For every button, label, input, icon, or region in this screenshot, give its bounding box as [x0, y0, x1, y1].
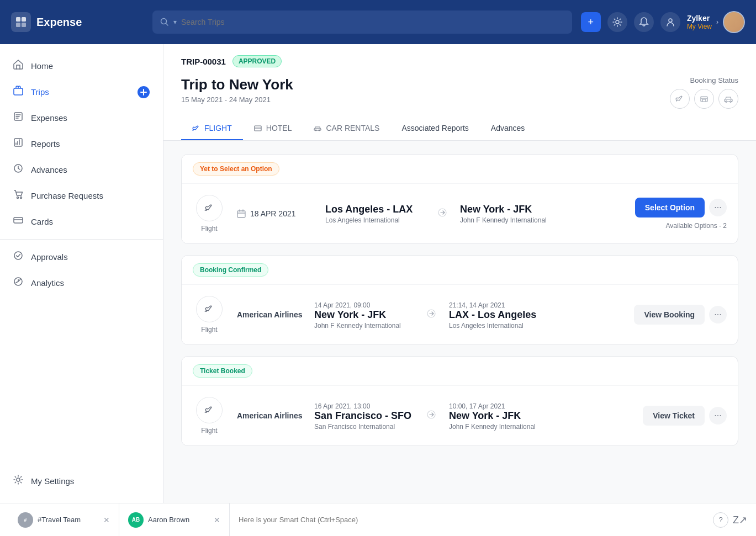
contacts-button[interactable] [660, 12, 680, 32]
booking-3-airline-name: American Airlines [237, 411, 303, 420]
booking-card-1-header: Yet to Select an Option [182, 155, 738, 184]
booking-3-type-label: Flight [201, 427, 217, 434]
smart-chat-area[interactable] [230, 516, 713, 524]
booking-2-more-button[interactable]: ··· [709, 306, 727, 323]
booking-2-type-label: Flight [201, 326, 217, 333]
sidebar-label-settings: My Settings [31, 476, 74, 486]
booking-2-action-row: View Booking ··· [634, 305, 727, 325]
hotel-status-icon[interactable] [694, 89, 714, 109]
sidebar-item-reports[interactable]: Reports [0, 131, 163, 157]
booking-card-3-body: Flight American Airlines 16 Apr 2021, 13… [182, 386, 738, 445]
chat-tab-aaron-brown[interactable]: AB Aaron Brown ✕ [119, 503, 230, 536]
chat-tab-travel-team[interactable]: # #Travel Team ✕ [9, 503, 119, 536]
select-option-button[interactable]: Select Option [635, 198, 705, 217]
tab-flight-label: FLIGHT [204, 124, 232, 132]
user-menu[interactable]: Zylker My View › [687, 11, 745, 33]
search-filter-icon[interactable]: ▾ [173, 18, 177, 26]
advances-icon [13, 163, 23, 176]
booking-2-from: 14 Apr 2021, 09:00 New York - JFK John F… [314, 300, 414, 330]
calendar-icon [237, 209, 246, 218]
booking-1-to-city: New York - JFK [460, 204, 559, 215]
booking-1-status: Yet to Select an Option [193, 162, 279, 176]
notifications-button[interactable] [634, 12, 654, 32]
booking-2-arrive-time: 21:14, 14 Apr 2021 [449, 301, 548, 309]
booking-3-more-button[interactable]: ··· [709, 407, 727, 424]
user-name: Zylker [687, 14, 712, 23]
route-arrow-3 [422, 410, 440, 422]
header: Expense ▾ + [0, 0, 756, 44]
add-button[interactable]: + [581, 12, 601, 32]
svg-point-12 [20, 197, 22, 199]
booking-1-flight-icon [196, 195, 223, 221]
booking-1-to-airport: John F Kennedy International [460, 216, 559, 224]
sidebar-item-analytics[interactable]: Analytics [0, 270, 163, 296]
tab-associated-reports[interactable]: Associated Reports [390, 117, 479, 140]
chat-emoji-button[interactable]: Z↗ [733, 514, 747, 526]
sidebar-item-trips[interactable]: Trips [0, 79, 163, 105]
tab-hotel[interactable]: HOTEL [243, 117, 303, 140]
booking-status-section: Booking Status [670, 76, 738, 109]
booking-2-from-city: New York - JFK [314, 309, 414, 321]
booking-2-route: 14 Apr 2021, 09:00 New York - JFK John F… [314, 300, 623, 330]
booking-card-3-header: Ticket Booked [182, 357, 738, 386]
booking-3-to-airport: John F Kennedy International [449, 423, 548, 431]
settings-icon-button[interactable] [607, 12, 627, 32]
search-input[interactable] [181, 18, 564, 26]
aaron-brown-close[interactable]: ✕ [214, 516, 220, 524]
sidebar-label-trips: Trips [31, 87, 49, 97]
sidebar-item-cards[interactable]: Cards [0, 209, 163, 235]
flight-status-icon[interactable] [670, 89, 690, 109]
view-booking-button[interactable]: View Booking [634, 305, 705, 325]
trip-info-row: Trip to New York 15 May 2021 - 24 May 20… [181, 76, 738, 117]
content-body: Yet to Select an Option Flight 18 APR 20… [163, 141, 756, 503]
purchase-icon [13, 189, 23, 202]
svg-rect-1 [22, 17, 26, 22]
logo-icon [11, 12, 31, 32]
trip-title-section: Trip to New York 15 May 2021 - 24 May 20… [181, 76, 293, 113]
car-status-icon[interactable] [718, 89, 738, 109]
sidebar-item-approvals[interactable]: Approvals [0, 244, 163, 270]
booking-3-from-airport: San Francisco International [314, 423, 414, 431]
available-options: Available Options - 2 [665, 222, 727, 230]
booking-3-to-city: New York - JFK [449, 410, 548, 422]
tab-flight[interactable]: FLIGHT [181, 117, 243, 140]
view-ticket-button[interactable]: View Ticket [643, 406, 705, 426]
sidebar-item-purchase-requests[interactable]: Purchase Requests [0, 183, 163, 209]
booking-1-type-label: Flight [201, 225, 217, 232]
tab-car-rentals-label: CAR RENTALS [326, 124, 379, 132]
booking-2-airline-name: American Airlines [237, 310, 303, 319]
booking-2-actions: View Booking ··· [634, 305, 727, 325]
sidebar-item-home[interactable]: Home [0, 53, 163, 79]
tab-advances[interactable]: Advances [480, 117, 536, 140]
trips-badge[interactable] [138, 86, 150, 98]
sidebar-divider [0, 239, 163, 240]
booking-3-type-col: Flight [193, 397, 226, 434]
travel-team-name: #Travel Team [38, 516, 99, 524]
search-bar[interactable]: ▾ [152, 10, 572, 34]
main-layout: Home Trips Expenses Reports [0, 44, 756, 503]
chat-help-button[interactable]: ? [713, 512, 728, 528]
status-badge: APPROVED [232, 55, 282, 67]
user-chevron: › [716, 18, 718, 26]
booking-card-3: Ticket Booked Flight American Airlines [181, 356, 738, 446]
route-arrow-2 [422, 309, 440, 321]
trip-dates: 15 May 2021 - 24 May 2021 [181, 95, 293, 104]
booking-3-actions: View Ticket ··· [638, 406, 727, 426]
sidebar-item-advances[interactable]: Advances [0, 157, 163, 183]
smart-chat-input[interactable] [239, 516, 704, 524]
sidebar-item-expenses[interactable]: Expenses [0, 105, 163, 131]
sidebar-item-settings[interactable]: My Settings [0, 468, 163, 494]
content-header: TRIP-00031 APPROVED Trip to New York 15 … [163, 44, 756, 141]
travel-team-close[interactable]: ✕ [103, 516, 110, 524]
search-icon [160, 18, 169, 26]
chat-bar: # #Travel Team ✕ AB Aaron Brown ✕ ? Z↗ [0, 503, 756, 536]
booking-1-more-button[interactable]: ··· [709, 199, 727, 216]
booking-3-flight-icon [196, 397, 223, 423]
cards-icon [13, 215, 23, 228]
booking-2-status: Booking Confirmed [193, 263, 268, 277]
content-tabs: FLIGHT HOTEL CAR RENTALS Associated Repo… [181, 117, 738, 140]
status-icons-row [670, 89, 738, 109]
tab-car-rentals[interactable]: CAR RENTALS [303, 117, 390, 140]
trip-title: Trip to New York [181, 76, 293, 93]
svg-rect-9 [14, 139, 22, 146]
